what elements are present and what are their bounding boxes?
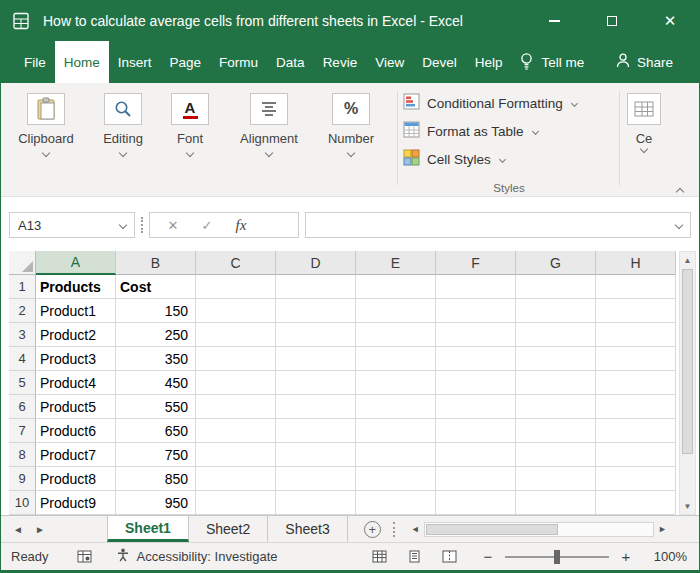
cell-D4[interactable] [276,347,356,371]
cell-C2[interactable] [196,299,276,323]
column-header-d[interactable]: D [276,251,356,275]
cell-H3[interactable] [596,323,676,347]
cell-D3[interactable] [276,323,356,347]
cell-B6[interactable]: 550 [116,395,196,419]
cell-A4[interactable]: Product3 [36,347,116,371]
cell-H5[interactable] [596,371,676,395]
formula-bar-splitter[interactable] [141,217,143,233]
cell-A9[interactable]: Product8 [36,467,116,491]
tab-formu[interactable]: Formu [210,41,267,83]
row-header-7[interactable]: 7 [9,419,36,443]
cell-F6[interactable] [436,395,516,419]
cell-G10[interactable] [516,491,596,515]
format-as-table-button[interactable]: Format as Table [403,117,615,145]
cell-styles-button[interactable]: Cell Styles [403,145,615,173]
cell-E8[interactable] [356,443,436,467]
cell-F2[interactable] [436,299,516,323]
collapse-ribbon-button[interactable] [673,177,687,203]
insert-function-button[interactable]: fx [224,217,258,234]
number-group-button[interactable]: % Number [319,93,383,156]
row-header-5[interactable]: 5 [9,371,36,395]
cell-B2[interactable]: 150 [116,299,196,323]
row-header-3[interactable]: 3 [9,323,36,347]
cell-F10[interactable] [436,491,516,515]
cell-F3[interactable] [436,323,516,347]
cell-C9[interactable] [196,467,276,491]
tab-devel[interactable]: Devel [413,41,466,83]
cell-D9[interactable] [276,467,356,491]
zoom-slider-thumb[interactable] [554,550,560,564]
cell-A6[interactable]: Product5 [36,395,116,419]
cell-D2[interactable] [276,299,356,323]
scroll-right-icon[interactable]: ► [654,524,671,534]
cell-C3[interactable] [196,323,276,347]
sheet-nav-left-icon[interactable]: ◄ [7,516,29,542]
cell-B10[interactable]: 950 [116,491,196,515]
horizontal-scrollbar-track[interactable] [424,522,654,537]
cell-H4[interactable] [596,347,676,371]
page-break-view-button[interactable] [432,550,467,563]
row-header-6[interactable]: 6 [9,395,36,419]
name-box[interactable]: A13 [9,212,135,238]
cell-B5[interactable]: 450 [116,371,196,395]
cell-B8[interactable]: 750 [116,443,196,467]
cell-H2[interactable] [596,299,676,323]
cell-F7[interactable] [436,419,516,443]
cell-H6[interactable] [596,395,676,419]
cell-C10[interactable] [196,491,276,515]
zoom-slider[interactable] [505,549,609,565]
tell-me-button[interactable]: Tell me [519,41,584,83]
cell-G4[interactable] [516,347,596,371]
column-header-c[interactable]: C [196,251,276,275]
macro-record-icon[interactable] [77,550,92,563]
cell-E6[interactable] [356,395,436,419]
cell-H9[interactable] [596,467,676,491]
cell-B4[interactable]: 350 [116,347,196,371]
column-header-g[interactable]: G [516,251,596,275]
sheet-bar-splitter[interactable] [393,522,395,537]
cell-E2[interactable] [356,299,436,323]
cell-B3[interactable]: 250 [116,323,196,347]
minimize-button[interactable] [525,1,583,41]
cell-H10[interactable] [596,491,676,515]
cell-G6[interactable] [516,395,596,419]
zoom-in-button[interactable]: + [619,548,633,565]
tab-help[interactable]: Help [466,41,512,83]
cell-B9[interactable]: 850 [116,467,196,491]
maximize-button[interactable] [583,1,641,41]
cell-E7[interactable] [356,419,436,443]
cell-G9[interactable] [516,467,596,491]
tab-home[interactable]: Home [55,41,109,83]
row-header-4[interactable]: 4 [9,347,36,371]
zoom-level[interactable]: 100% [647,549,687,564]
sheet-nav-right-icon[interactable]: ► [29,516,51,542]
normal-view-button[interactable] [362,550,397,563]
cells-group-button[interactable]: Ce [627,93,661,152]
cell-G1[interactable] [516,275,596,299]
cell-A2[interactable]: Product1 [36,299,116,323]
enter-icon[interactable]: ✓ [190,218,224,233]
close-button[interactable]: ✕ [641,1,699,41]
cell-F9[interactable] [436,467,516,491]
cell-E10[interactable] [356,491,436,515]
select-all-corner[interactable] [9,251,36,275]
cell-F5[interactable] [436,371,516,395]
cell-G8[interactable] [516,443,596,467]
cancel-icon[interactable]: ✕ [156,218,190,233]
formula-input[interactable] [305,212,691,238]
cell-D6[interactable] [276,395,356,419]
cell-C8[interactable] [196,443,276,467]
cell-A1[interactable]: Products [36,275,116,299]
cell-C5[interactable] [196,371,276,395]
cell-A10[interactable]: Product9 [36,491,116,515]
scroll-up-icon[interactable]: ▲ [680,252,695,268]
cell-B7[interactable]: 650 [116,419,196,443]
cell-E3[interactable] [356,323,436,347]
row-header-1[interactable]: 1 [9,275,36,299]
cell-A8[interactable]: Product7 [36,443,116,467]
conditional-formatting-button[interactable]: Conditional Formatting [403,89,615,117]
column-header-e[interactable]: E [356,251,436,275]
cell-H7[interactable] [596,419,676,443]
cell-D5[interactable] [276,371,356,395]
font-group-button[interactable]: A Font [163,93,217,156]
